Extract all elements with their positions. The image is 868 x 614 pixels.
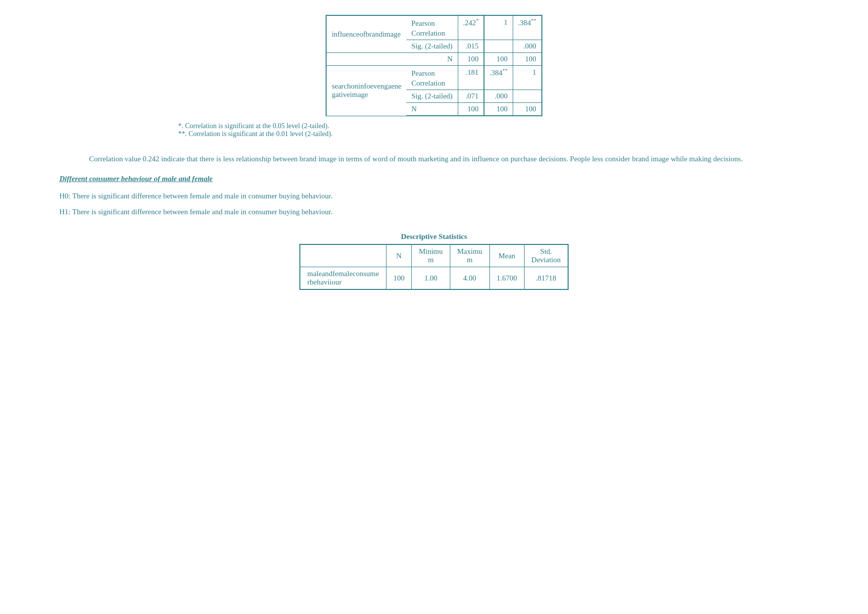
desc-header-row: N Minimum Maximum Mean Std.Deviation [300,244,568,267]
footnotes-section: *. Correlation is significant at the 0.0… [178,122,838,138]
stat-label-sig2: Sig. (2-tailed) [406,90,458,103]
correlation-table: influenceofbrandimage Pearson .242* 1 .3… [326,15,542,116]
cell-empty [458,29,484,40]
desc-header-std: Std.Deviation [524,244,568,267]
desc-row-label: maleandfemaleconsumerbehaviiour [300,267,386,290]
cell-empty [484,29,513,40]
desc-row-max: 4.00 [450,267,489,290]
footnote-2: **. Correlation is significant at the 0.… [178,130,333,138]
cell-empty [458,79,484,90]
stat-label-correlation1: Correlation [406,29,458,40]
section-heading: Different consumer behaviour of male and… [59,175,809,183]
cell-empty [513,29,541,40]
stat-label-n1: N [406,53,458,66]
correlation-table-section: influenceofbrandimage Pearson .242* 1 .3… [30,15,838,116]
desc-table-title: Descriptive Statistics [401,233,467,241]
footnote-1: *. Correlation is significant at the 0.0… [178,122,329,130]
cell-empty [484,40,513,53]
cell-empty-label [326,53,406,66]
desc-header-n: N [386,244,412,267]
cell-val: .384** [513,15,541,29]
desc-header-label [300,244,386,267]
cell-val: 100 [484,53,513,66]
cell-empty [513,90,541,103]
cell-val: .000 [513,40,541,53]
cell-val: .000 [484,90,513,103]
cell-val: .242* [458,15,484,29]
desc-header-mean: Mean [489,244,524,267]
row-label-influence: influenceofbrandimage [326,15,406,53]
stat-label-pearson1: Pearson [406,15,458,29]
cell-empty [484,79,513,90]
stat-label-sig1: Sig. (2-tailed) [406,40,458,53]
stat-label-correlation2: Correlation [406,79,458,90]
cell-val: 100 [458,53,484,66]
desc-row-min: 1.00 [412,267,450,290]
desc-row-mean: 1.6700 [489,267,524,290]
cell-val: .384** [484,66,513,80]
cell-val: 1 [484,15,513,29]
hypothesis-0: H0: There is significant difference betw… [59,190,809,202]
desc-row-std: .81718 [524,267,568,290]
cell-empty [513,79,541,90]
descriptive-stats-table: N Minimum Maximum Mean Std.Deviation mal… [299,244,569,290]
stat-label-pearson2: Pearson [406,66,458,80]
body-paragraph: Correlation value 0.242 indicate that th… [59,153,809,165]
cell-val: 100 [513,53,541,66]
desc-row-n: 100 [386,267,412,290]
desc-header-min: Minimum [412,244,450,267]
cell-val: .181 [458,66,484,80]
table-row: N 100 100 100 [326,53,541,66]
cell-val: .071 [458,90,484,103]
desc-header-max: Maximum [450,244,489,267]
cell-val: 100 [484,103,513,116]
descriptive-stats-section: Descriptive Statistics N Minimum Maximum… [30,233,838,290]
stat-label-n2: N [406,103,458,116]
hypothesis-1: H1: There is significant difference betw… [59,206,809,218]
cell-val: 1 [513,66,541,80]
table-row: searchoninfoevengaenegativeimage Pearson… [326,66,541,80]
row-label-search: searchoninfoevengaenegativeimage [326,66,406,116]
cell-val: 100 [458,103,484,116]
table-row: influenceofbrandimage Pearson .242* 1 .3… [326,15,541,29]
cell-val: .015 [458,40,484,53]
desc-data-row: maleandfemaleconsumerbehaviiour 100 1.00… [300,267,568,290]
cell-val: 100 [513,103,541,116]
